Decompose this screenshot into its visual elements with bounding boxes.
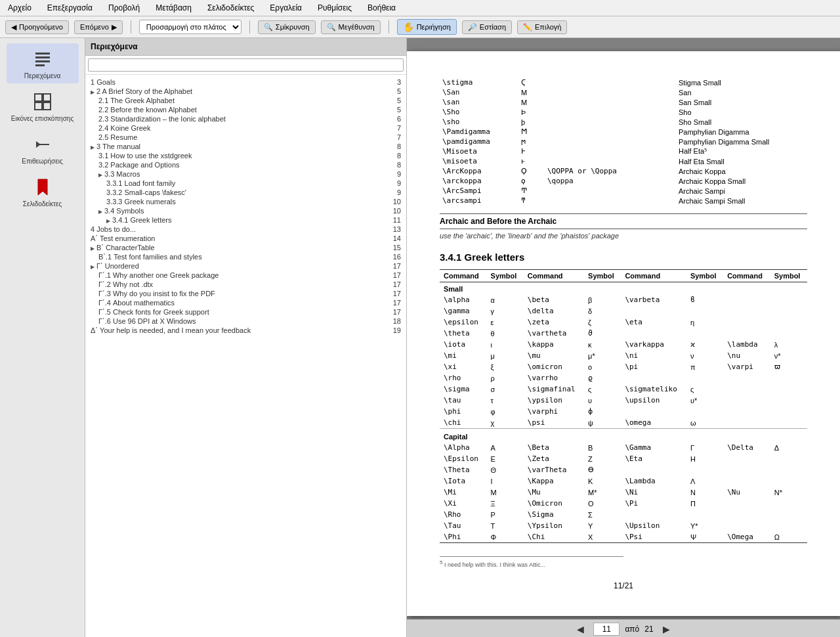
toc-item[interactable]: 4 Jobs to do...13: [85, 225, 406, 234]
top-table-cell: Pamphylian Digamma: [676, 127, 807, 137]
greek-cell: [770, 294, 807, 305]
sidebar-item-toc[interactable]: Περιεχόμενα: [7, 43, 79, 83]
toc-item[interactable]: ▶Β΄ CharacterTable15: [85, 243, 406, 252]
page-number-input[interactable]: 11: [593, 623, 620, 636]
top-table-cell: [650, 87, 676, 97]
greek-small-row: \gammaγ\deltaδ: [440, 305, 807, 317]
greek-cell: [770, 406, 807, 417]
focus-button[interactable]: 🔎 Εστίαση: [462, 20, 512, 34]
greek-cell: \gamma: [440, 305, 487, 317]
doc-scroll[interactable]: \stigmaϚStigma Small\SanΜSan\sanΜSan Sma…: [407, 38, 840, 619]
fit-select[interactable]: Προσαρμογή στο πλάτος: [139, 20, 242, 34]
greek-capital-row: \RhoΡ\SigmaΣ: [440, 509, 807, 520]
sidebar-item-thumbs[interactable]: Εικόνες επισκόπησης: [7, 86, 79, 126]
top-table-cell: [650, 97, 676, 107]
toc-item[interactable]: 2.1 The Greek Alphabet5: [85, 96, 406, 105]
top-table-cell: \QOPPA or \Qoppa: [545, 166, 650, 176]
toc-item-text: Γ΄.1 Why another one Greek package: [98, 271, 219, 279]
toc-item[interactable]: 1 Goals3: [85, 77, 406, 87]
toc-item[interactable]: ▶3 The manual8: [85, 142, 406, 151]
greek-small-row: \chiχ\psiψ\omegaω: [440, 417, 807, 429]
greek-capital-row: \ThetaΘ\varThetaϴ: [440, 464, 807, 475]
toc-search-input[interactable]: [88, 58, 404, 72]
menu-help[interactable]: Βοήθεια: [365, 2, 398, 14]
prev-page-button[interactable]: ◀: [573, 623, 588, 636]
toc-item[interactable]: 2.5 Resume7: [85, 133, 406, 142]
toc-item[interactable]: ▶3.4.1 Greek letters11: [85, 215, 406, 225]
greek-cell: ϐ: [686, 294, 723, 305]
greek-capital-row: \TauΤ\YpsilonΥ\UpsilonΥ*: [440, 520, 807, 531]
toc-item[interactable]: Γ΄.6 Use 96 DPI at X Windows18: [85, 317, 406, 326]
page-of-label: από: [625, 625, 639, 634]
greek-cell: ο: [584, 361, 621, 372]
toc-item[interactable]: 3.3.1 Load font family9: [85, 179, 406, 188]
sidebar-item-reviews[interactable]: Επιθεωρήσεις: [7, 129, 79, 169]
top-table-cell: [650, 176, 676, 186]
greek-cell: Δ: [770, 442, 807, 453]
browse-button[interactable]: ✋ Περιήγηση: [397, 19, 457, 35]
toc-item[interactable]: Γ΄.3 Why do you insist to fix the PDF17: [85, 289, 406, 298]
toc-item[interactable]: ▶2 A Brief Story of the Alphabet5: [85, 87, 406, 96]
toc-item-text: Γ΄.3 Why do you insist to fix the PDF: [98, 290, 215, 297]
toc-item-text: Β΄.1 Test font families and styles: [98, 253, 202, 261]
back-label: Προηγούμενο: [19, 23, 63, 31]
toc-item[interactable]: 2.2 Before the known Alphabet5: [85, 105, 406, 114]
back-button[interactable]: ◀ Προηγούμενο: [5, 20, 69, 34]
toc-item[interactable]: Γ΄.2 Why not .dtx17: [85, 280, 406, 289]
toc-item[interactable]: Α΄ Test enumeration14: [85, 234, 406, 243]
greek-cell: \rho: [440, 372, 487, 384]
toc-item-num: 11: [388, 216, 401, 224]
toc-item[interactable]: Γ΄.5 Check fonts for Greek support17: [85, 307, 406, 317]
forward-button[interactable]: Επόμενο ▶: [74, 20, 123, 34]
menu-tools[interactable]: Εργαλεία: [267, 2, 304, 14]
top-table-cell: Ϛ: [518, 77, 545, 87]
select-button[interactable]: ✏️ Επιλογή: [517, 20, 567, 34]
toc-item[interactable]: ▶3.4 Symbols10: [85, 206, 406, 215]
menu-edit[interactable]: Επεξεργασία: [45, 2, 95, 14]
greek-cell: \ypsilon: [524, 395, 584, 406]
greek-cell: ν: [686, 350, 723, 361]
greek-cell: [770, 453, 807, 464]
greek-cell: δ: [584, 305, 621, 317]
bookmarks-label: Σελιδοδείκτες: [23, 200, 62, 208]
toc-item[interactable]: ▶Γ΄ Unordered17: [85, 261, 406, 271]
zoom-in-button[interactable]: 🔍 Μεγέθυνση: [321, 20, 381, 34]
greek-cell: \Iota: [440, 475, 487, 487]
greek-cell: \zeta: [524, 317, 584, 328]
toc-item[interactable]: 3.1 How to use the xstdgreek8: [85, 151, 406, 160]
toc-item[interactable]: 2.4 Koine Greek7: [85, 123, 406, 133]
next-page-button[interactable]: ▶: [659, 623, 674, 636]
menu-file[interactable]: Αρχείο: [5, 2, 34, 14]
svg-rect-2: [35, 60, 50, 62]
toc-item-num: 9: [388, 170, 401, 178]
svg-rect-3: [35, 64, 45, 66]
top-table-cell: [545, 107, 650, 117]
toc-item[interactable]: Γ΄.4 About mathematics17: [85, 298, 406, 307]
toc-item[interactable]: 3.3.2 Small-caps \fakesc'9: [85, 188, 406, 197]
menu-bookmarks[interactable]: Σελιδοδείκτες: [205, 2, 257, 14]
greek-cell: [770, 464, 807, 475]
greek-small-row: \epsilonε\zetaζ\etaη: [440, 317, 807, 328]
toc-item-text: Γ΄.2 Why not .dtx: [98, 280, 153, 288]
toc-item[interactable]: 2.3 Standardization – the Ionic alphabet…: [85, 114, 406, 123]
toc-item[interactable]: 3.2 Package and Options8: [85, 160, 406, 169]
greek-cell: Π: [686, 498, 723, 509]
top-table-row: \PamdigammaϺPamphylian Digamma: [440, 127, 807, 137]
toc-item[interactable]: Δ΄ Your help is needed, and I mean your …: [85, 326, 406, 335]
menu-settings[interactable]: Ρυθμίσεις: [315, 2, 354, 14]
greek-cell: Ξ: [487, 498, 524, 509]
toc-item-num: 10: [388, 198, 401, 206]
toc-item[interactable]: Γ΄.1 Why another one Greek package17: [85, 271, 406, 280]
toc-item[interactable]: Β΄.1 Test font families and styles16: [85, 252, 406, 261]
toc-content: 1 Goals3▶2 A Brief Story of the Alphabet…: [85, 75, 406, 637]
top-table-cell: Ϙ: [518, 166, 545, 176]
toc-item[interactable]: 3.3.3 Greek numerals10: [85, 197, 406, 206]
greek-cell: ω: [686, 417, 723, 429]
reviews-icon: [31, 133, 54, 156]
menu-navigate[interactable]: Μετάβαση: [153, 2, 194, 14]
toc-item[interactable]: ▶3.3 Macros9: [85, 169, 406, 179]
greek-cell: α: [487, 294, 524, 305]
menu-view[interactable]: Προβολή: [106, 2, 142, 14]
zoom-out-button[interactable]: 🔍 Σμίκρυνση: [258, 20, 316, 34]
sidebar-item-bookmarks[interactable]: Σελιδοδείκτες: [7, 171, 79, 211]
